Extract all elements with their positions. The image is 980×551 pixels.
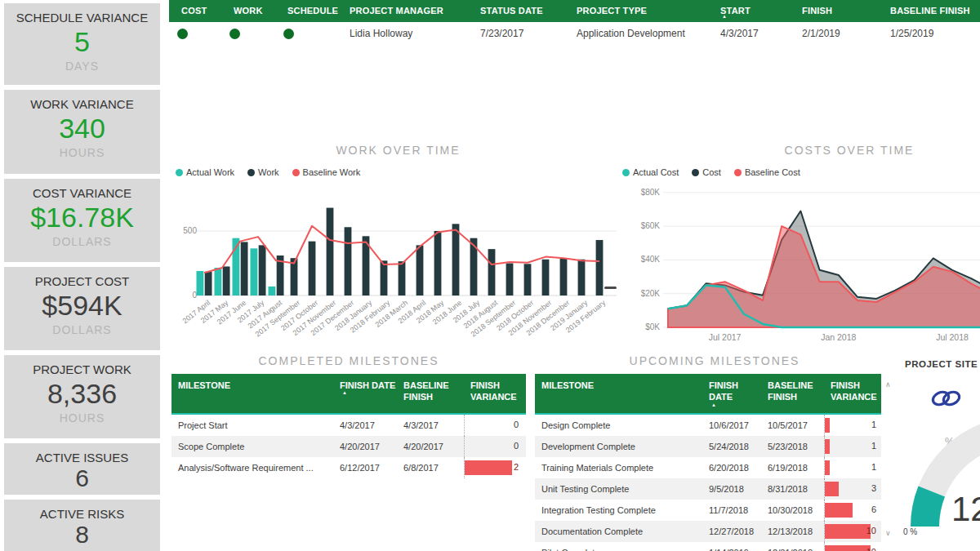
milestone-cell: 6/19/2018 bbox=[761, 463, 824, 473]
legend-item-baseline-work[interactable]: Baseline Work bbox=[292, 167, 361, 177]
kpi-card-cost-variance[interactable]: COST VARIANCE$16.78KDOLLARS bbox=[4, 179, 160, 262]
work-bar[interactable] bbox=[205, 272, 212, 295]
milestone-column-header[interactable]: FINISH VARIANCE bbox=[464, 374, 522, 413]
work-bar[interactable] bbox=[416, 245, 424, 295]
kpi-value: $16.78K bbox=[4, 203, 160, 233]
kpi-card-active-risks[interactable]: ACTIVE RISKS8 bbox=[4, 500, 160, 551]
actual-work-bar[interactable] bbox=[269, 287, 276, 295]
work-bar[interactable] bbox=[560, 258, 568, 295]
work-bar[interactable] bbox=[524, 264, 532, 295]
kpi-unit: DOLLARS bbox=[4, 235, 160, 248]
summary-column-header[interactable]: START▲ bbox=[708, 0, 790, 22]
legend-item-actual-work[interactable]: Actual Work bbox=[176, 167, 234, 177]
summary-column-header[interactable]: PROJECT MANAGER bbox=[337, 0, 468, 22]
chart-scrollbar[interactable] bbox=[604, 287, 617, 289]
milestone-row[interactable]: Scope Complete4/20/20174/20/20170 bbox=[172, 436, 526, 457]
milestone-cell: Scope Complete bbox=[172, 442, 333, 451]
legend-item-work[interactable]: Work bbox=[247, 167, 278, 177]
kpi-title: SCHEDULE VARIANCE bbox=[4, 3, 160, 24]
variance-bar[interactable] bbox=[825, 503, 853, 518]
milestone-column-header[interactable]: MILESTONE bbox=[535, 374, 702, 413]
milestone-row[interactable]: Integration Testing Complete11/7/201810/… bbox=[535, 500, 881, 521]
costs-over-time-chart[interactable]: $0K$20K$40K$60K$80KJul 2017Jan 2018Jul 2… bbox=[635, 184, 980, 352]
work-bar[interactable] bbox=[488, 249, 496, 295]
y-tick-label: $40K bbox=[641, 255, 661, 264]
summary-table-row[interactable]: Lidia Holloway7/23/2017Application Devel… bbox=[169, 22, 980, 45]
work-bar[interactable] bbox=[309, 242, 316, 295]
kpi-card-project-work[interactable]: PROJECT WORK8,336HOURS bbox=[4, 355, 160, 438]
milestone-column-header[interactable]: FINISH VARIANCE bbox=[824, 374, 880, 413]
milestone-column-label: FINISH DATE bbox=[709, 380, 738, 402]
gauge-value: 12 % bbox=[951, 490, 980, 529]
legend-item-baseline-cost[interactable]: Baseline Cost bbox=[734, 167, 800, 177]
summary-column-header[interactable]: STATUS DATE bbox=[468, 0, 564, 22]
milestone-row[interactable]: Documentation Complete12/27/201812/13/20… bbox=[535, 521, 881, 542]
work-bar[interactable] bbox=[259, 245, 266, 295]
kpi-unit: HOURS bbox=[4, 411, 160, 424]
milestone-cell: Integration Testing Complete bbox=[535, 505, 702, 515]
legend-item-actual-cost[interactable]: Actual Cost bbox=[622, 167, 679, 177]
milestone-cell: 6/8/2017 bbox=[397, 463, 464, 473]
milestone-column-header[interactable]: BASELINE FINISH bbox=[397, 374, 464, 413]
milestone-row[interactable]: Pilot Complete1/14/201912/31/201810 bbox=[535, 542, 881, 551]
work-bar[interactable] bbox=[241, 242, 248, 295]
work-bar[interactable] bbox=[452, 224, 460, 295]
kpi-value: $594K bbox=[4, 291, 160, 321]
milestone-column-header[interactable]: BASELINE FINISH bbox=[761, 374, 824, 413]
legend-dot bbox=[734, 169, 742, 176]
summary-column-header[interactable]: SCHEDULE bbox=[275, 0, 337, 22]
kpi-value: 340 bbox=[4, 114, 160, 144]
work-bar[interactable] bbox=[578, 260, 586, 295]
work-bar[interactable] bbox=[506, 264, 514, 296]
summary-column-header[interactable]: WORK bbox=[221, 0, 275, 22]
work-bar[interactable] bbox=[434, 231, 442, 295]
status-dot-cost bbox=[177, 29, 188, 39]
work-bar[interactable] bbox=[470, 238, 478, 295]
milestone-column-header[interactable]: FINISH DATE▲ bbox=[702, 374, 761, 413]
kpi-unit: HOURS bbox=[4, 146, 160, 159]
work-bar[interactable] bbox=[345, 227, 352, 295]
variance-bar[interactable] bbox=[825, 524, 871, 539]
actual-work-bar[interactable] bbox=[197, 271, 204, 295]
milestone-row[interactable]: Design Complete10/6/201710/5/20171 bbox=[535, 415, 881, 436]
finish-variance-cell: 2 bbox=[464, 457, 523, 478]
work-bar[interactable] bbox=[399, 261, 406, 295]
milestone-row[interactable]: Project Start4/3/20174/3/20170 bbox=[172, 415, 526, 436]
actual-work-bar[interactable] bbox=[251, 248, 258, 295]
kpi-card-active-issues[interactable]: ACTIVE ISSUES6 bbox=[4, 443, 160, 495]
legend-item-cost[interactable]: Cost bbox=[692, 167, 721, 177]
variance-bar[interactable] bbox=[825, 418, 830, 433]
kpi-card-work-variance[interactable]: WORK VARIANCE340HOURS bbox=[4, 90, 160, 174]
work-over-time-chart[interactable]: 50002017 April2017 May2017 June2017 July… bbox=[176, 184, 623, 354]
actual-work-bar[interactable] bbox=[215, 268, 222, 295]
variance-bar[interactable] bbox=[465, 460, 512, 475]
milestone-column-header[interactable]: MILESTONE bbox=[172, 374, 333, 413]
work-bar[interactable] bbox=[327, 208, 334, 295]
summary-column-label: WORK bbox=[234, 6, 263, 16]
finish-variance-cell: 1 bbox=[824, 457, 880, 478]
variance-bar[interactable] bbox=[825, 545, 871, 551]
work-bar[interactable] bbox=[596, 240, 604, 295]
scroll-up-icon[interactable]: ∧ bbox=[885, 380, 891, 389]
variance-bar[interactable] bbox=[825, 439, 830, 454]
work-bar[interactable] bbox=[542, 260, 550, 295]
milestone-row[interactable]: Analysis/Software Requirement ...6/12/20… bbox=[172, 457, 526, 478]
summary-column-header[interactable]: PROJECT TYPE bbox=[564, 0, 708, 22]
gauge-min-label: 0 % bbox=[903, 527, 917, 536]
variance-bar[interactable] bbox=[825, 460, 830, 475]
summary-column-header[interactable]: BASELINE FINISH bbox=[878, 0, 980, 22]
variance-bar[interactable] bbox=[825, 482, 839, 496]
summary-column-label: PROJECT TYPE bbox=[577, 6, 647, 16]
kpi-card-project-cost[interactable]: PROJECT COST$594KDOLLARS bbox=[4, 267, 160, 350]
project-summary-table: COSTWORKSCHEDULEPROJECT MANAGERSTATUS DA… bbox=[169, 0, 980, 45]
summary-column-header[interactable]: COST bbox=[169, 0, 221, 22]
kpi-card-schedule-variance[interactable]: SCHEDULE VARIANCE5DAYS bbox=[4, 3, 160, 85]
milestone-row[interactable]: Development Complete5/24/20185/23/20181 bbox=[535, 436, 881, 457]
work-bar[interactable] bbox=[223, 266, 230, 295]
milestone-column-header[interactable]: FINISH DATE▲ bbox=[333, 374, 397, 413]
summary-column-header[interactable]: FINISH bbox=[790, 0, 878, 22]
milestone-row[interactable]: Training Materials Complete6/20/20186/19… bbox=[535, 457, 881, 478]
milestone-row[interactable]: Unit Testing Complete9/5/20188/31/20183 bbox=[535, 478, 881, 500]
work-bar[interactable] bbox=[381, 260, 388, 295]
scroll-down-icon[interactable]: ∨ bbox=[885, 529, 891, 537]
